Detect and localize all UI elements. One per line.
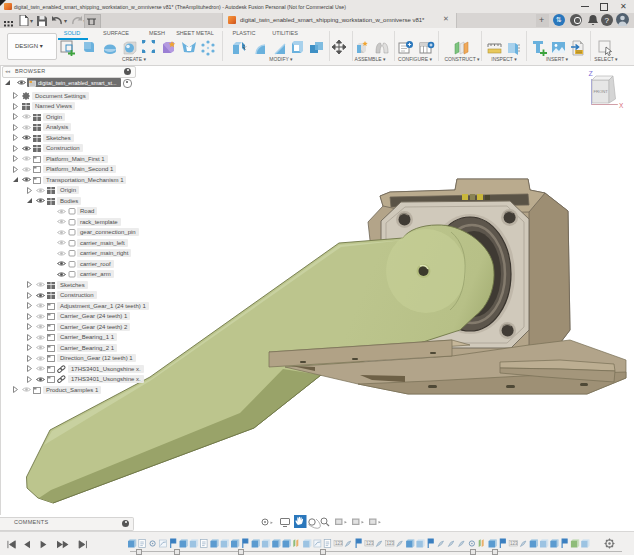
svg-text:Z: Z: [589, 70, 594, 77]
svg-text:123: 123: [366, 541, 374, 546]
svg-text:X: X: [619, 102, 624, 109]
svg-text:123: 123: [510, 541, 518, 546]
svg-text:123: 123: [387, 541, 395, 546]
svg-text:FRONT: FRONT: [593, 89, 608, 94]
svg-text:123: 123: [335, 541, 343, 546]
